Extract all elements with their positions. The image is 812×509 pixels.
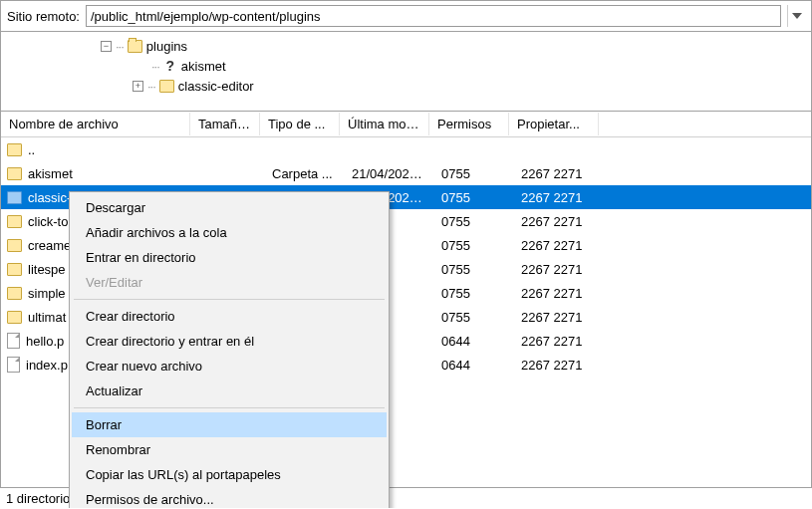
file-perm: 0755 xyxy=(433,238,513,253)
file-type: Carpeta ... xyxy=(264,166,344,181)
file-own: 2267 2271 xyxy=(513,262,603,277)
menu-item[interactable]: Crear nuevo archivo xyxy=(72,354,387,379)
menu-item[interactable]: Descargar xyxy=(72,195,387,220)
menu-item[interactable]: Crear directorio y entrar en él xyxy=(72,329,387,354)
menu-item[interactable]: Añadir archivos a la cola xyxy=(72,220,387,245)
folder-icon xyxy=(7,239,22,252)
table-row[interactable]: .. xyxy=(1,137,811,161)
tree-label: classic-editor xyxy=(178,79,254,94)
tree-item-akismet[interactable]: ··· ? akismet xyxy=(9,56,811,76)
tree-label: plugins xyxy=(146,39,187,54)
file-perm: 0644 xyxy=(433,358,513,373)
file-own: 2267 2271 xyxy=(513,358,603,373)
file-perm: 0755 xyxy=(433,286,513,301)
context-menu: DescargarAñadir archivos a la colaEntrar… xyxy=(69,191,390,509)
file-name: hello.p xyxy=(26,334,64,349)
menu-item[interactable]: Entrar en directorio xyxy=(72,245,387,270)
folder-icon xyxy=(7,287,22,300)
folder-icon xyxy=(7,311,22,324)
table-row[interactable]: akismetCarpeta ...21/04/2020 ...07552267… xyxy=(1,161,811,185)
menu-item[interactable]: Permisos de archivo... xyxy=(72,487,387,509)
folder-icon xyxy=(159,80,174,93)
tree-root[interactable]: − ··· plugins xyxy=(9,36,811,56)
menu-separator xyxy=(74,299,385,300)
folder-icon xyxy=(7,263,22,276)
menu-separator xyxy=(74,407,385,408)
file-perm: 0755 xyxy=(433,214,513,229)
collapse-icon[interactable]: − xyxy=(101,41,112,52)
menu-item[interactable]: Actualizar xyxy=(72,379,387,403)
file-mod: 21/04/2020 ... xyxy=(344,166,433,181)
file-own: 2267 2271 xyxy=(513,238,603,253)
file-own: 2267 2271 xyxy=(513,286,603,301)
col-perm[interactable]: Permisos xyxy=(429,113,509,135)
file-own: 2267 2271 xyxy=(513,334,603,349)
remote-path-input[interactable] xyxy=(86,5,781,27)
file-own: 2267 2271 xyxy=(513,166,603,181)
file-perm: 0644 xyxy=(433,334,513,349)
menu-item[interactable]: Copiar las URL(s) al portapapeles xyxy=(72,462,387,487)
file-own: 2267 2271 xyxy=(513,214,603,229)
folder-icon xyxy=(128,40,142,53)
menu-item[interactable]: Borrar xyxy=(72,412,387,437)
path-dropdown-icon[interactable] xyxy=(787,5,805,27)
file-name: click-to xyxy=(28,214,68,229)
col-name[interactable]: Nombre de archivo xyxy=(1,113,190,135)
file-perm: 0755 xyxy=(433,190,513,205)
tree-item-classic-editor[interactable]: + ··· classic-editor xyxy=(9,76,811,96)
file-icon xyxy=(7,357,20,373)
file-perm: 0755 xyxy=(433,310,513,325)
file-name: akismet xyxy=(28,166,73,181)
file-name: index.p xyxy=(26,358,68,373)
file-name: .. xyxy=(28,142,35,157)
col-type[interactable]: Tipo de ... xyxy=(260,113,340,135)
column-headers: Nombre de archivo Tamaño... Tipo de ... … xyxy=(1,112,811,137)
file-perm: 0755 xyxy=(433,166,513,181)
file-name: creame xyxy=(28,238,71,253)
file-name: simple xyxy=(28,286,66,301)
file-name: ultimat xyxy=(28,310,66,325)
file-list: ..akismetCarpeta ...21/04/2020 ...075522… xyxy=(1,137,811,377)
menu-item: Ver/Editar xyxy=(72,270,387,295)
file-own: 2267 2271 xyxy=(513,310,603,325)
file-icon xyxy=(7,333,20,349)
tree-label: akismet xyxy=(181,59,226,74)
folder-icon xyxy=(7,191,22,204)
col-mod[interactable]: Última mod... xyxy=(340,113,429,135)
col-size[interactable]: Tamaño... xyxy=(190,113,260,135)
remote-site-bar: Sitio remoto: xyxy=(1,1,811,32)
file-own: 2267 2271 xyxy=(513,190,603,205)
question-icon: ? xyxy=(163,59,177,73)
col-own[interactable]: Propietar... xyxy=(509,113,599,135)
file-name: litespe xyxy=(28,262,66,277)
folder-icon xyxy=(7,167,22,180)
menu-item[interactable]: Crear directorio xyxy=(72,304,387,329)
remote-site-label: Sitio remoto: xyxy=(7,9,80,24)
remote-tree: − ··· plugins ··· ? akismet + ··· classi… xyxy=(1,32,811,112)
file-perm: 0755 xyxy=(433,262,513,277)
expand-icon[interactable]: + xyxy=(133,81,143,92)
menu-item[interactable]: Renombrar xyxy=(72,437,387,462)
folder-icon xyxy=(7,215,22,228)
folder-icon xyxy=(7,143,22,156)
